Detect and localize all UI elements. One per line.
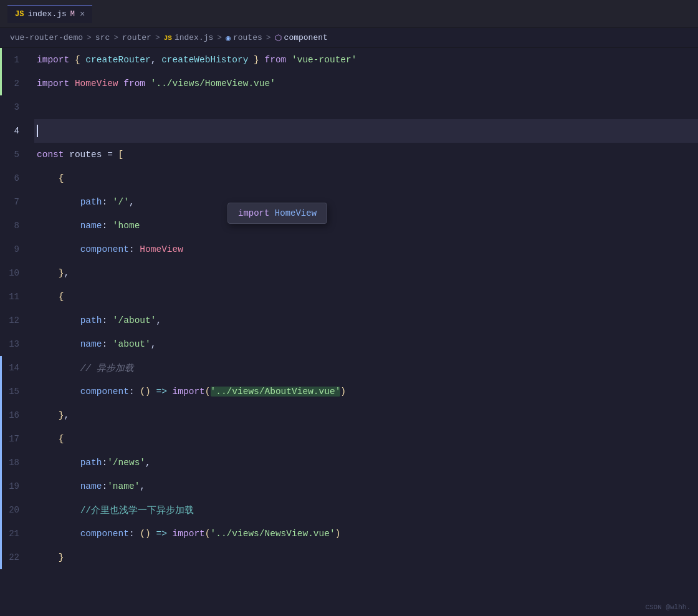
title-bar: JS index.js M × (0, 0, 698, 28)
code-line-16: }, (34, 403, 698, 427)
code-line-18: path:'/news', (34, 451, 698, 474)
line-num-7: 7 (0, 190, 27, 214)
breadcrumb-router: router (122, 33, 151, 42)
line-num-10: 10 (0, 261, 27, 285)
line-num-8: 8 (0, 214, 27, 238)
breadcrumb-indexjs: index.js (174, 33, 213, 42)
code-line-1: import { createRouter, createWebHistory … (34, 48, 698, 72)
line-num-16: 16 (0, 403, 27, 427)
code-line-11: { (34, 285, 698, 309)
code-line-15: component: () => import('../views/AboutV… (34, 380, 698, 403)
breadcrumb-sep-1: > (87, 33, 92, 42)
line-numbers-gutter: 1 2 3 4 5 6 7 8 9 10 11 12 13 14 15 16 1… (0, 48, 34, 616)
line-num-9: 9 (0, 238, 27, 261)
code-line-22: } (34, 546, 698, 569)
code-line-12: path: '/about', (34, 309, 698, 332)
line-num-22: 22 (0, 546, 27, 569)
breadcrumb-component: component (284, 33, 328, 42)
code-line-6: { (34, 166, 698, 190)
line-num-17: 17 (0, 427, 27, 451)
code-line-14: // 异步加载 (34, 356, 698, 380)
breadcrumb-sep-3: > (155, 33, 160, 42)
code-line-8: name: 'home (34, 214, 698, 238)
watermark: CSDN @wlhh. (645, 604, 691, 611)
modified-badge: M (70, 10, 75, 19)
breadcrumb-routes-icon: ◉ (226, 33, 231, 43)
line-num-1: 1 (0, 48, 27, 72)
line-num-3: 3 (0, 95, 27, 119)
line-num-15: 15 (0, 380, 27, 403)
close-tab-button[interactable]: × (80, 9, 85, 19)
code-line-3 (34, 95, 698, 119)
breadcrumb-sep-4: > (217, 33, 222, 42)
code-lines: import { createRouter, createWebHistory … (34, 48, 698, 616)
code-line-13: name: 'about', (34, 332, 698, 356)
line-num-18: 18 (0, 451, 27, 474)
js-file-icon: JS (15, 10, 24, 19)
code-line-2: import HomeView from '../views/HomeView.… (34, 72, 698, 95)
code-line-4 (34, 119, 698, 143)
breadcrumb-sep-2: > (113, 33, 118, 42)
code-line-9: component: HomeView (34, 238, 698, 261)
line-num-5: 5 (0, 143, 27, 166)
breadcrumb-src: src (95, 33, 110, 42)
line-num-13: 13 (0, 332, 27, 356)
line-num-14: 14 (0, 356, 27, 380)
code-editor: 1 2 3 4 5 6 7 8 9 10 11 12 13 14 15 16 1… (0, 48, 698, 616)
line-num-6: 6 (0, 166, 27, 190)
code-line-7: path: '/', (34, 190, 698, 214)
breadcrumb-project: vue-router-demo (10, 33, 83, 42)
code-line-10: }, (34, 261, 698, 285)
line-num-2: 2 (0, 72, 27, 95)
code-line-19: name:'name', (34, 474, 698, 498)
code-line-5: const routes = [ (34, 143, 698, 166)
line-num-4: 4 (0, 119, 27, 143)
line-num-21: 21 (0, 522, 27, 546)
code-line-20: //介里也浅学一下异步加载 (34, 498, 698, 522)
breadcrumb-js-icon: JS (164, 34, 172, 42)
breadcrumb: vue-router-demo > src > router > JS inde… (0, 28, 698, 48)
code-line-21: component: () => import('../views/NewsVi… (34, 522, 698, 546)
autocomplete-popup: import HomeView (227, 203, 327, 224)
line-num-12: 12 (0, 309, 27, 332)
code-line-17: { (34, 427, 698, 451)
line-num-11: 11 (0, 285, 27, 309)
breadcrumb-routes: routes (233, 33, 262, 42)
tab-filename: index.js (27, 9, 66, 19)
line-num-20: 20 (0, 498, 27, 522)
text-cursor (37, 125, 38, 137)
file-tab[interactable]: JS index.js M × (7, 5, 92, 23)
breadcrumb-sep-5: > (266, 33, 271, 42)
line-num-19: 19 (0, 474, 27, 498)
breadcrumb-component-icon: ⬡ (275, 33, 282, 43)
